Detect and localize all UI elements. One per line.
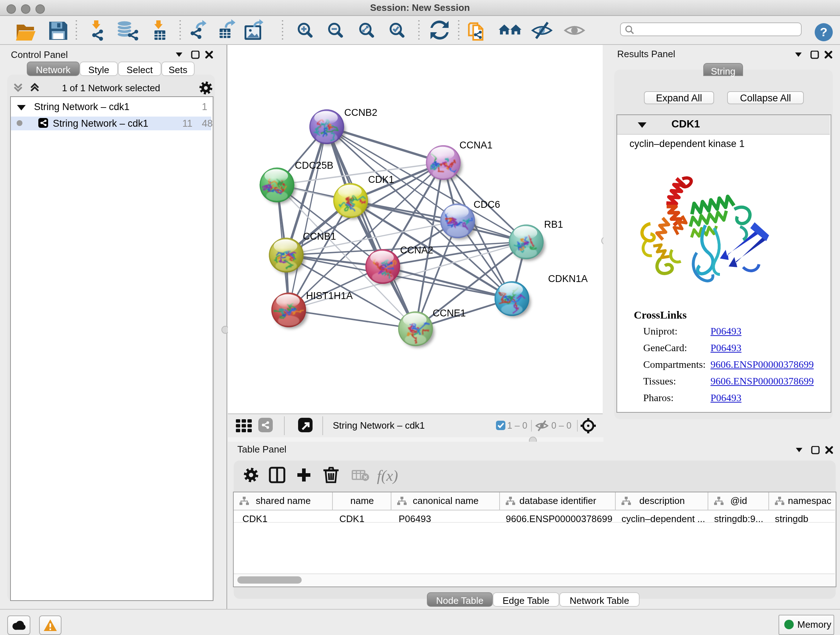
svg-text:0 – 0: 0 – 0	[551, 420, 572, 431]
svg-text:CDC6: CDC6	[474, 199, 500, 210]
svg-text:CCNE1: CCNE1	[433, 308, 466, 318]
svg-text:CCNB1: CCNB1	[303, 231, 336, 242]
svg-text:f(x): f(x)	[377, 467, 398, 485]
svg-text:CCNA2: CCNA2	[400, 245, 433, 256]
svg-text:CCNB2: CCNB2	[344, 107, 378, 118]
svg-text:CDC25B: CDC25B	[295, 160, 333, 171]
svg-text:CDKN1A: CDKN1A	[548, 273, 588, 284]
svg-text:1 – 0: 1 – 0	[507, 420, 527, 431]
svg-text:CDK1: CDK1	[368, 174, 394, 185]
svg-text:RB1: RB1	[544, 219, 563, 230]
svg-text:HIST1H1A: HIST1H1A	[306, 290, 353, 301]
svg-text:CCNA1: CCNA1	[459, 140, 493, 150]
